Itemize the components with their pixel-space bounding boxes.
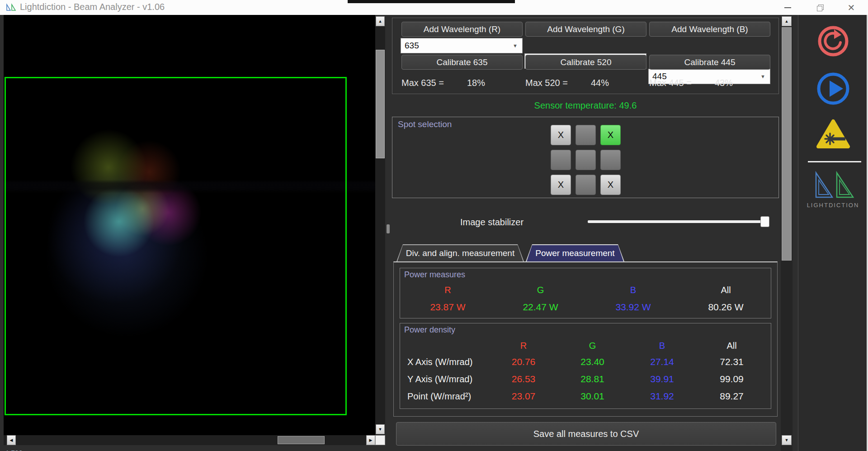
add-wavelength-g-button[interactable]: Add Wavelength (G) — [525, 22, 646, 37]
close-button[interactable]: ✕ — [841, 0, 861, 15]
panel-vscroll-thumb[interactable] — [782, 27, 792, 261]
minimize-button[interactable] — [778, 0, 797, 15]
spot-selection-label: Spot selection — [398, 119, 452, 129]
pm-header-g: G — [494, 282, 587, 298]
pm-value-r: 23.87 W — [401, 298, 494, 316]
pd-header-all: All — [697, 338, 767, 353]
slider-handle[interactable] — [760, 216, 769, 227]
pd-header-g: G — [557, 338, 627, 353]
status-corner: 1.736 — [4, 445, 44, 451]
image-hscroll-left-button[interactable]: ◀ — [7, 435, 16, 445]
pd-header-b: B — [627, 338, 697, 353]
restore-button[interactable] — [810, 0, 830, 15]
pd-y-all: 99.09 — [697, 370, 767, 388]
save-csv-button[interactable]: Save all measures to CSV — [396, 422, 776, 446]
spot-cell-2[interactable] — [576, 125, 596, 145]
spot-cell-9[interactable]: X — [600, 175, 621, 195]
max-g-label: Max 520 = — [525, 78, 568, 88]
spot-cell-5[interactable] — [576, 150, 596, 170]
beam-roi-overlay — [5, 77, 347, 415]
pd-pt-r: 23.07 — [490, 388, 557, 405]
power-measures-group: Power measures R G B All 23.87 W 22.47 W… — [400, 268, 771, 318]
max-g-value: 44% — [580, 78, 620, 88]
spot-cell-4[interactable] — [551, 150, 571, 170]
image-vscroll-up-button[interactable]: ▲ — [376, 16, 385, 26]
image-stabilizer-slider[interactable] — [588, 220, 769, 223]
scroll-up-icon: ▲ — [378, 19, 382, 24]
beam-image-canvas[interactable] — [4, 15, 375, 435]
power-measures-label: Power measures — [404, 270, 465, 280]
pm-header-all: All — [679, 282, 772, 298]
chevron-down-icon: ▼ — [513, 43, 518, 48]
panel-vscroll-down-button[interactable]: ▼ — [782, 435, 792, 445]
tab-power-measurement[interactable]: Power measurement — [526, 244, 624, 261]
lightdiction-logo-text: LIGHTDICTION — [798, 202, 868, 209]
scroll-right-icon: ▶ — [369, 438, 373, 442]
sensor-temperature: Sensor temperature: 49.6 — [392, 100, 779, 111]
calibrate-b-button[interactable]: Calibrate 445 — [649, 55, 770, 70]
max-r-value: 18% — [456, 78, 496, 88]
window-title: Lightdiction - Beam Analyzer - v1.06 — [20, 2, 165, 12]
pd-x-r: 20.76 — [490, 353, 557, 370]
pm-value-g: 22.47 W — [494, 298, 587, 316]
add-wavelength-b-button[interactable]: Add Wavelength (B) — [649, 22, 770, 37]
calibrate-r-button[interactable]: Calibrate 635 — [401, 55, 523, 70]
pd-pt-b: 31.92 — [627, 388, 697, 405]
scroll-down-icon: ▼ — [785, 438, 789, 442]
chevron-down-icon: ▼ — [760, 74, 765, 79]
pd-row-label: Point (W/mrad²) — [407, 388, 490, 405]
image-vscroll-down-button[interactable]: ▼ — [376, 424, 385, 434]
pd-pt-all: 89.27 — [697, 388, 767, 405]
pd-y-g: 28.81 — [557, 370, 627, 388]
scrollbar-corner — [375, 435, 385, 445]
top-edge-strip — [348, 0, 515, 3]
pd-y-r: 26.53 — [490, 370, 557, 388]
close-icon: ✕ — [848, 2, 855, 13]
image-hscroll-right-button[interactable]: ▶ — [366, 435, 375, 445]
pm-header-r: R — [401, 282, 494, 298]
max-b-label: Max 445 = — [649, 78, 692, 88]
pd-row-label: Y Axis (W/mrad) — [407, 370, 490, 388]
clipped-status-text: 1.736 — [5, 449, 23, 451]
pd-x-b: 27.14 — [627, 353, 697, 370]
wavelength-r-value: 635 — [405, 41, 419, 51]
add-wavelength-r-button[interactable]: Add Wavelength (R) — [401, 22, 523, 37]
power-density-group: Power density R G B All X Axis (W/mrad) … — [400, 323, 771, 409]
spot-selection-group: Spot selection X X X X — [392, 117, 779, 198]
pd-row-label: X Axis (W/mrad) — [407, 353, 490, 370]
spot-cell-6[interactable] — [600, 150, 621, 170]
panel-vscroll-up-button[interactable]: ▲ — [782, 16, 792, 26]
laser-warning-icon[interactable] — [816, 119, 850, 150]
app-window: Lightdiction - Beam Analyzer - v1.06 ✕ ▲… — [0, 0, 868, 451]
spot-cell-1[interactable]: X — [551, 125, 571, 145]
spot-cell-7[interactable]: X — [551, 175, 571, 195]
pm-value-all: 80.26 W — [679, 298, 772, 316]
spot-cell-8[interactable] — [576, 175, 596, 195]
scroll-left-icon: ◀ — [10, 438, 13, 442]
pd-header-r: R — [490, 338, 557, 353]
toolbar-divider — [808, 161, 861, 162]
scroll-down-icon: ▼ — [378, 427, 382, 432]
pd-x-all: 72.31 — [697, 353, 767, 370]
tab-div-align-measurement[interactable]: Div. and align. measurement — [396, 244, 524, 261]
pd-y-b: 39.91 — [627, 370, 697, 388]
restart-icon[interactable] — [817, 25, 849, 57]
pm-header-b: B — [587, 282, 679, 298]
pd-pt-g: 30.01 — [557, 388, 627, 405]
image-vscroll-thumb[interactable] — [376, 50, 385, 158]
play-icon[interactable] — [816, 71, 850, 106]
scroll-up-icon: ▲ — [785, 19, 789, 24]
image-hscroll-thumb[interactable] — [278, 436, 325, 444]
restore-icon — [817, 5, 823, 10]
spot-cell-3[interactable]: X — [600, 125, 621, 145]
pd-x-g: 23.40 — [557, 353, 627, 370]
app-logo-icon — [5, 3, 17, 12]
lightdiction-logo-icon — [811, 170, 856, 200]
minimize-icon — [784, 7, 791, 8]
wavelength-r-select[interactable]: 635 ▼ — [401, 38, 523, 53]
splitter-handle[interactable] — [387, 224, 390, 233]
max-b-value: 43% — [703, 78, 744, 88]
pm-value-b: 33.92 W — [587, 298, 679, 316]
max-r-label: Max 635 = — [401, 78, 444, 88]
calibrate-g-button[interactable]: Calibrate 520 — [525, 55, 646, 70]
